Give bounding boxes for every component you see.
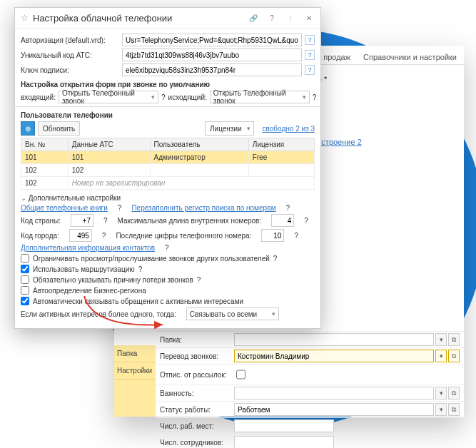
open-icon[interactable]: ⧉ <box>448 333 460 346</box>
add-user-button[interactable]: ⊕ <box>21 121 35 136</box>
importance-field[interactable] <box>234 387 434 399</box>
restrict-listening-label: Ограничивать просмотр/прослушивание звон… <box>33 255 270 263</box>
refill-register-link[interactable]: Перезаполнить регистр поиска по номерам <box>131 204 275 212</box>
side-tabs: Папка Настройки <box>114 345 156 417</box>
last-digits-input[interactable] <box>261 229 284 242</box>
licenses-free-link[interactable]: свободно 2 из 3 <box>263 125 315 133</box>
dropdown-icon[interactable]: ▾ <box>435 333 447 346</box>
atc-code-input[interactable] <box>122 49 302 61</box>
users-table: Вн. № Данные АТС Пользователь Лицензия 1… <box>21 138 315 190</box>
maxlen-input[interactable] <box>271 214 294 227</box>
help-icon[interactable]: ? <box>313 93 317 101</box>
col-atc[interactable]: Данные АТС <box>68 138 150 151</box>
close-icon[interactable]: ✕ <box>303 12 315 24</box>
open-icon[interactable]: ⧉ <box>448 403 460 416</box>
sign-key-input[interactable] <box>122 63 302 76</box>
require-reason-checkbox[interactable] <box>21 275 29 284</box>
table-row[interactable]: 101101АдминистраторFree <box>21 151 315 164</box>
unsubscribe-label: Отпис. от рассылок: <box>156 369 234 381</box>
more-icon[interactable]: ⋮ <box>285 12 296 24</box>
employees-field[interactable] <box>234 436 334 448</box>
auto-link-label: Автоматически связывать обращения с акти… <box>33 297 243 305</box>
sign-key-label: Ключ подписи: <box>21 66 119 74</box>
atc-code-label: Уникальный код АТС: <box>21 51 119 59</box>
outgoing-select[interactable]: Открыть Телефонный звонок <box>210 91 310 103</box>
col-ext[interactable]: Вн. № <box>21 138 69 151</box>
dropdown-icon[interactable]: ▾ <box>435 387 447 399</box>
open-icon[interactable]: ⧉ <box>448 350 460 362</box>
contact-extra-info-link[interactable]: Дополнительная информация контактов <box>21 244 155 252</box>
license-filter-select[interactable]: Лицензии <box>205 121 254 136</box>
help-icon[interactable]: ? <box>305 65 315 75</box>
col-user[interactable]: Пользователь <box>150 138 248 151</box>
unsubscribe-checkbox[interactable] <box>236 368 245 381</box>
help-icon[interactable]: ? <box>161 93 166 101</box>
help-icon[interactable]: ? <box>305 50 315 60</box>
transfer-label: Перевод звонков: <box>156 350 234 362</box>
users-section-title: Пользователи телефонии <box>21 111 315 119</box>
seats-label: Числ. раб. мест: <box>156 420 234 432</box>
refresh-button[interactable]: Обновить <box>38 121 80 136</box>
restrict-listening-checkbox[interactable] <box>21 254 29 263</box>
side-tab-settings[interactable]: Настройки <box>114 362 156 380</box>
auto-region-checkbox[interactable] <box>21 286 29 295</box>
auto-region-label: Автоопределение Бизнес-региона <box>33 287 146 295</box>
multi-interest-label: Если активных интересов более одного, то… <box>21 310 176 318</box>
auth-label: Авторизация (default.vrd): <box>21 36 119 44</box>
dropdown-icon[interactable]: ▾ <box>435 403 447 416</box>
table-row[interactable]: 102102 <box>21 164 315 177</box>
side-tab-folder[interactable]: Папка <box>114 345 156 362</box>
tab-refs[interactable]: Справочники и настройки <box>363 50 457 64</box>
city-code-label: Код города: <box>21 232 59 240</box>
link-icon[interactable]: 🔗 <box>248 12 259 24</box>
incoming-label: входящий: <box>21 93 56 101</box>
outgoing-label: исходящий: <box>168 93 207 101</box>
help-icon[interactable]: ? <box>294 232 298 240</box>
folder-label: Папка: <box>156 334 234 346</box>
auth-input[interactable] <box>122 34 302 46</box>
country-code-label: Код страны: <box>21 217 61 225</box>
help-icon[interactable]: ? <box>118 204 122 212</box>
help-icon[interactable]: ? <box>304 217 308 225</box>
employees-label: Числ. сотрудников: <box>156 437 234 449</box>
table-row[interactable]: 102Номер не зарегистрирован <box>21 177 315 190</box>
help-icon[interactable]: ? <box>138 265 143 273</box>
extra-settings-toggle[interactable]: Дополнительные настройки <box>21 194 315 202</box>
use-routing-checkbox[interactable] <box>21 265 29 273</box>
phonebooks-link[interactable]: Общие телефонные книги <box>21 204 108 212</box>
open-forms-section-title: Настройка открытия форм при звонке по ум… <box>21 81 315 88</box>
help-icon[interactable]: ? <box>273 255 278 263</box>
auto-link-checkbox[interactable] <box>21 297 29 305</box>
country-code-input[interactable] <box>71 214 93 227</box>
telephony-settings-dialog: ☆ Настройка облачной телефонии 🔗 ? ⋮ ✕ А… <box>14 7 321 329</box>
multi-interest-select[interactable]: Связывать со всеми <box>186 307 279 320</box>
importance-label: Важность: <box>156 387 234 399</box>
require-reason-label: Обязательно указывать причину потери зво… <box>33 276 193 284</box>
status-field[interactable] <box>234 403 434 416</box>
city-code-input[interactable] <box>69 229 92 242</box>
entity-title-fragment: ент) * <box>307 75 457 83</box>
star-icon[interactable]: ☆ <box>21 13 29 23</box>
help-icon[interactable]: ? <box>165 244 169 252</box>
folder-field[interactable] <box>234 333 434 346</box>
last-digits-label: Последние цифры телефонного номера: <box>116 232 251 240</box>
help-icon[interactable]: ? <box>305 35 315 45</box>
maxlen-label: Максимальная длина внутренних номеров: <box>118 217 262 225</box>
help-icon[interactable]: ? <box>197 276 201 284</box>
dropdown-icon[interactable]: ▾ <box>435 350 447 362</box>
help-icon[interactable]: ? <box>286 204 290 212</box>
open-icon[interactable]: ⧉ <box>448 387 460 399</box>
transfer-field[interactable] <box>234 350 434 362</box>
use-routing-label: Использовать маршрутизацию <box>33 265 135 273</box>
incoming-select[interactable]: Открыть Телефонный звонок <box>59 91 158 103</box>
dialog-title: Настройка облачной телефонии <box>33 13 240 24</box>
help-icon[interactable]: ? <box>102 232 106 240</box>
help-icon[interactable]: ? <box>103 217 108 225</box>
back-form: Папка: ▾⧉ Перевод звонков: ▾⧉ Отпис. от … <box>156 331 464 448</box>
col-license[interactable]: Лицензия <box>248 138 314 151</box>
status-label: Статус работы: <box>156 404 234 416</box>
help-icon[interactable]: ? <box>266 12 278 24</box>
seats-field[interactable] <box>234 419 334 432</box>
